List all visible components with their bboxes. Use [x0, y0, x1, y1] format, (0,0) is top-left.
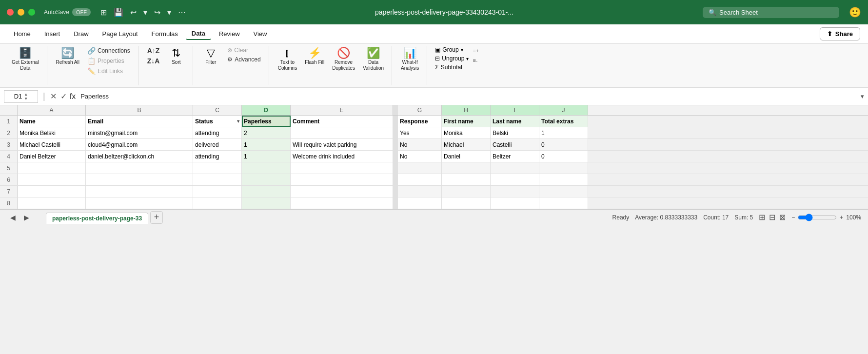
- list-item[interactable]: Monika: [442, 127, 491, 138]
- list-item[interactable]: [442, 174, 491, 185]
- row-number[interactable]: 3: [0, 139, 18, 150]
- confirm-formula-icon[interactable]: ✓: [60, 92, 67, 101]
- col-header-E[interactable]: E: [291, 105, 393, 115]
- list-item[interactable]: minstn@gmail.com: [86, 127, 193, 138]
- list-item[interactable]: [539, 162, 588, 174]
- list-item[interactable]: Castelli: [491, 139, 539, 150]
- list-item[interactable]: [193, 197, 242, 209]
- scroll-left-button[interactable]: ◀: [7, 212, 19, 223]
- maximize-button[interactable]: [28, 9, 35, 16]
- list-item[interactable]: [291, 197, 393, 209]
- list-item[interactable]: [398, 197, 442, 209]
- list-item[interactable]: [491, 162, 539, 174]
- list-item[interactable]: Welcome drink included: [291, 151, 393, 162]
- list-item[interactable]: Michael: [442, 139, 491, 150]
- scroll-right-button[interactable]: ▶: [20, 212, 32, 223]
- list-item[interactable]: [291, 127, 393, 138]
- list-item[interactable]: [193, 186, 242, 197]
- filter-dropdown-icon[interactable]: ▾: [237, 116, 239, 127]
- zoom-out-button[interactable]: −: [791, 214, 795, 221]
- page-break-view-icon[interactable]: ⊟: [769, 213, 775, 222]
- list-item[interactable]: [291, 186, 393, 197]
- sort-button[interactable]: ⇅ Sort: [164, 46, 188, 67]
- menu-data[interactable]: Data: [186, 28, 211, 40]
- formula-input[interactable]: Paperless: [80, 93, 858, 100]
- list-item[interactable]: [539, 186, 588, 197]
- data-validation-button[interactable]: ✅ DataValidation: [360, 46, 387, 73]
- col-header-C[interactable]: C: [193, 105, 242, 115]
- list-item[interactable]: [393, 174, 398, 185]
- list-item[interactable]: attending: [193, 151, 242, 162]
- list-item[interactable]: [18, 174, 86, 185]
- formula-bar-expand-icon[interactable]: ▾: [861, 93, 864, 100]
- close-button[interactable]: [7, 9, 14, 16]
- list-item[interactable]: [242, 197, 291, 209]
- list-item[interactable]: [491, 197, 539, 209]
- connections-button[interactable]: 🔗 Connections: [84, 46, 133, 56]
- list-item[interactable]: [242, 174, 291, 185]
- list-item[interactable]: daniel.beltzer@clickon.ch: [86, 151, 193, 162]
- list-item[interactable]: [393, 197, 398, 209]
- menu-review[interactable]: Review: [213, 28, 246, 39]
- what-if-button[interactable]: 📊 What-IfAnalysis: [398, 46, 422, 73]
- list-item[interactable]: Status▾: [193, 116, 242, 127]
- group-button[interactable]: ▣ Group ▾: [433, 46, 471, 54]
- filter-button[interactable]: ▽ Filter: [199, 46, 222, 67]
- account-icon[interactable]: 🙂: [849, 6, 861, 18]
- col-header-A[interactable]: A: [18, 105, 86, 115]
- row-number[interactable]: 1: [0, 116, 18, 127]
- list-item[interactable]: Beltzer: [491, 151, 539, 162]
- add-sheet-button[interactable]: +: [150, 211, 163, 224]
- minimize-button[interactable]: [18, 9, 24, 16]
- list-item[interactable]: [86, 162, 193, 174]
- list-item[interactable]: [393, 127, 398, 138]
- list-item[interactable]: [539, 174, 588, 185]
- list-item[interactable]: Will require valet parking: [291, 139, 393, 150]
- list-item[interactable]: [393, 186, 398, 197]
- list-item[interactable]: [398, 186, 442, 197]
- list-item[interactable]: [398, 162, 442, 174]
- page-layout-view-icon[interactable]: ⊠: [779, 213, 786, 222]
- list-item[interactable]: attending: [193, 127, 242, 138]
- list-item[interactable]: [86, 197, 193, 209]
- remove-dupes-button[interactable]: 🚫 RemoveDuplicates: [329, 46, 358, 73]
- list-item[interactable]: [442, 197, 491, 209]
- row-number[interactable]: 2: [0, 127, 18, 138]
- list-item[interactable]: Email: [86, 116, 193, 127]
- ungroup-button[interactable]: ⊟ Ungroup ▾: [433, 55, 471, 62]
- menu-insert[interactable]: Insert: [39, 28, 66, 39]
- row-number[interactable]: 7: [0, 186, 18, 197]
- list-item[interactable]: [86, 174, 193, 185]
- redo-icon[interactable]: ↪: [154, 8, 160, 17]
- list-item[interactable]: cloud4@gmail.com: [86, 139, 193, 150]
- redo-dropdown-icon[interactable]: ▾: [167, 8, 171, 17]
- list-item[interactable]: Name: [18, 116, 86, 127]
- menu-page-layout[interactable]: Page Layout: [97, 28, 144, 39]
- list-item[interactable]: [491, 186, 539, 197]
- sort-az-button[interactable]: A↑Z: [144, 46, 163, 56]
- save-copy-icon[interactable]: ⊞: [100, 8, 107, 17]
- text-to-columns-button[interactable]: ⫿ Text toColumns: [275, 46, 300, 73]
- col-header-J[interactable]: J: [539, 105, 588, 115]
- list-item[interactable]: Michael Castelli: [18, 139, 86, 150]
- normal-view-icon[interactable]: ⊞: [759, 213, 765, 222]
- list-item[interactable]: [18, 186, 86, 197]
- list-item[interactable]: No: [398, 151, 442, 162]
- zoom-slider[interactable]: [798, 214, 837, 221]
- row-number[interactable]: 4: [0, 151, 18, 162]
- list-item[interactable]: [291, 162, 393, 174]
- clear-button[interactable]: ⊗ Clear: [224, 46, 263, 55]
- row-number[interactable]: 8: [0, 197, 18, 209]
- list-item[interactable]: No: [398, 139, 442, 150]
- list-item[interactable]: delivered: [193, 139, 242, 150]
- list-item[interactable]: [291, 174, 393, 185]
- list-item[interactable]: Paperless: [242, 116, 291, 127]
- col-header-B[interactable]: B: [86, 105, 193, 115]
- share-button[interactable]: ⬆ Share: [820, 27, 860, 40]
- advanced-button[interactable]: ⚙ Advanced: [224, 55, 263, 64]
- row-number[interactable]: 5: [0, 162, 18, 174]
- properties-button[interactable]: 📋 Properties: [84, 56, 133, 66]
- list-item[interactable]: 0: [539, 151, 588, 162]
- list-item[interactable]: [539, 197, 588, 209]
- menu-view[interactable]: View: [248, 28, 273, 39]
